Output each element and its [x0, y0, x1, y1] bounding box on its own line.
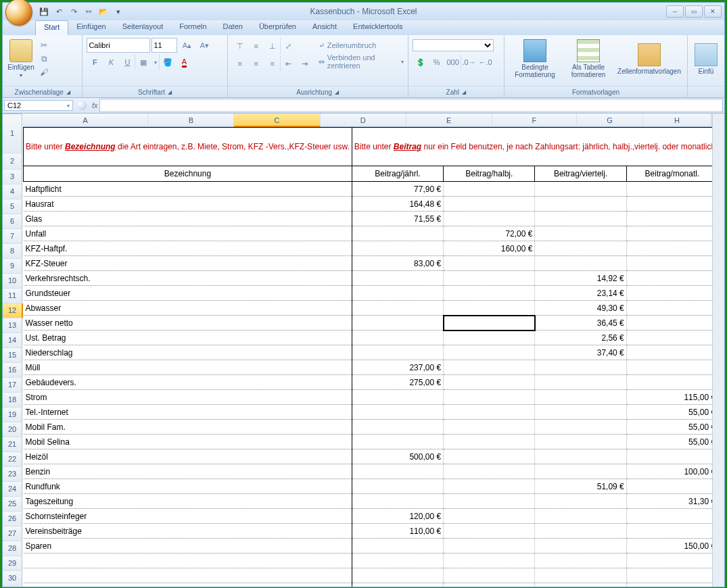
cell-A4[interactable]: Hausrat	[24, 197, 352, 212]
row-header-11[interactable]: 11	[3, 289, 22, 303]
cell-C13[interactable]	[444, 330, 535, 345]
cell-C12[interactable]	[444, 316, 535, 330]
qat-dropdown-icon[interactable]: ▾	[112, 5, 124, 18]
cell-E17[interactable]: 115,00 €	[626, 390, 712, 405]
cell-D11[interactable]: 49,30 €	[535, 301, 626, 316]
cell-E29[interactable]	[626, 568, 712, 583]
cell-D27[interactable]	[535, 539, 626, 554]
row-header-29[interactable]: 29	[3, 556, 22, 571]
row-header-20[interactable]: 20	[3, 422, 22, 437]
number-format-select[interactable]	[413, 39, 494, 51]
cell-B29[interactable]	[352, 568, 443, 583]
col-header-G[interactable]: G	[577, 114, 643, 127]
row-header-12[interactable]: 12	[3, 303, 23, 318]
cell-B28[interactable]	[352, 554, 443, 568]
cell-E9[interactable]	[626, 271, 712, 286]
tab-formeln[interactable]: Formeln	[171, 20, 214, 35]
row-header-1[interactable]: 1	[3, 114, 22, 153]
cell-B19[interactable]	[352, 420, 443, 435]
format-painter-icon[interactable]: 🖌	[38, 66, 50, 78]
cell-C28[interactable]	[444, 554, 535, 568]
col-header-B[interactable]: B	[148, 114, 234, 127]
tab-ueberpruefen[interactable]: Überprüfen	[251, 20, 304, 35]
cell-D10[interactable]: 23,14 €	[535, 286, 626, 301]
cell-D22[interactable]	[535, 464, 626, 479]
cell-B14[interactable]	[352, 345, 443, 360]
row-header-18[interactable]: 18	[3, 393, 22, 408]
row-header-17[interactable]: 17	[3, 378, 22, 393]
vertical-scrollbar[interactable]	[712, 114, 724, 587]
cell-A18[interactable]: Tel.-Internet	[24, 405, 352, 420]
cell-E20[interactable]: 55,00 €	[626, 435, 712, 449]
cell-C26[interactable]	[444, 524, 535, 539]
cell-E10[interactable]	[626, 286, 712, 301]
cell-E25[interactable]	[626, 509, 712, 524]
cell-A7[interactable]: KFZ-Haftpf.	[24, 241, 352, 256]
col-header-D[interactable]: D	[321, 114, 406, 127]
cell-E26[interactable]	[626, 524, 712, 539]
row-header-7[interactable]: 7	[3, 229, 22, 244]
font-size-input[interactable]	[151, 38, 177, 53]
grow-font-icon[interactable]: A▴	[179, 37, 195, 53]
insert-cells-button[interactable]: Einfü	[692, 36, 720, 81]
cell-C8[interactable]	[444, 256, 535, 271]
cell-A14[interactable]: Niederschlag	[24, 345, 352, 360]
cell-D21[interactable]	[535, 449, 626, 464]
col-header-C[interactable]: C	[234, 114, 320, 127]
row-header-25[interactable]: 25	[3, 497, 22, 512]
row-header-6[interactable]: 6	[3, 214, 22, 229]
cell-A12[interactable]: Wasser netto	[24, 316, 352, 330]
cell-D9[interactable]: 14,92 €	[535, 271, 626, 286]
cell-D20[interactable]	[535, 435, 626, 449]
tab-einfuegen[interactable]: Einfügen	[68, 20, 114, 35]
wrap-text-button[interactable]: ⤶Zeilenumbruch	[319, 38, 404, 53]
cell-B11[interactable]	[352, 301, 443, 316]
cell-B17[interactable]	[352, 390, 443, 405]
font-name-input[interactable]	[87, 38, 150, 53]
cell-C29[interactable]	[444, 568, 535, 583]
decrease-indent-icon[interactable]: ⇤	[281, 55, 297, 72]
cell-C20[interactable]	[444, 435, 535, 449]
cell-A11[interactable]: Abwasser	[24, 301, 352, 316]
comma-icon[interactable]: 000	[445, 54, 461, 70]
cell-B18[interactable]	[352, 405, 443, 420]
row-header-2[interactable]: 2	[3, 153, 22, 170]
cell-B9[interactable]	[352, 271, 443, 286]
align-left-icon[interactable]: ≡	[232, 55, 248, 72]
cell-A17[interactable]: Strom	[24, 390, 352, 405]
cell-D26[interactable]	[535, 524, 626, 539]
row-header-14[interactable]: 14	[3, 333, 22, 348]
copy-icon[interactable]: ⧉	[38, 53, 50, 65]
cell-D13[interactable]: 2,56 €	[535, 330, 626, 345]
cell-B7[interactable]	[352, 241, 443, 256]
cell-E28[interactable]	[626, 554, 712, 568]
cell-E11[interactable]	[626, 301, 712, 316]
cell-D29[interactable]	[535, 568, 626, 583]
row-header-27[interactable]: 27	[3, 526, 22, 541]
decrease-decimal-icon[interactable]: ←.0	[477, 54, 494, 70]
cell-C15[interactable]	[444, 360, 535, 375]
col-header-E[interactable]: E	[406, 114, 492, 127]
cell-D7[interactable]	[535, 241, 626, 256]
cell-E15[interactable]	[626, 360, 712, 375]
cell-A19[interactable]: Mobil Fam.	[24, 420, 352, 435]
cell-E4[interactable]	[626, 197, 712, 212]
format-as-table-button[interactable]: Als Tabelle formatieren	[564, 36, 613, 81]
cell-B13[interactable]	[352, 330, 443, 345]
dialog-launcher-icon[interactable]: ◢	[168, 89, 172, 95]
row-header-15[interactable]: 15	[3, 348, 22, 363]
align-bottom-icon[interactable]: ⊥	[264, 38, 281, 54]
cell-C11[interactable]	[444, 301, 535, 316]
cell-D23[interactable]: 51,09 €	[535, 479, 626, 494]
cell-D16[interactable]	[535, 375, 626, 390]
cell-D3[interactable]	[535, 182, 626, 197]
cell-D6[interactable]	[535, 226, 626, 241]
row-header-3[interactable]: 3	[3, 170, 22, 185]
cell-A6[interactable]: Unfall	[24, 226, 352, 241]
merge-center-button[interactable]: ⇔Verbinden und zentrieren▾	[319, 54, 404, 69]
tab-entwicklertools[interactable]: Entwicklertools	[345, 20, 411, 35]
row-header-24[interactable]: 24	[3, 482, 22, 497]
cell-E6[interactable]	[626, 226, 712, 241]
row-header-23[interactable]: 23	[3, 467, 22, 482]
fill-color-button[interactable]: 🪣	[160, 54, 176, 70]
